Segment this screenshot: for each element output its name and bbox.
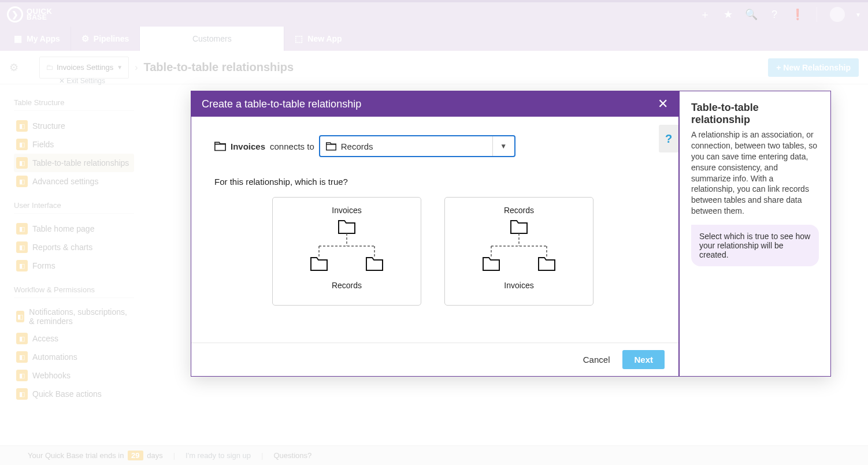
trial-text: Your Quick Base trial ends in 29 days bbox=[28, 451, 163, 460]
sidebar-item[interactable]: ◧Webhooks bbox=[14, 366, 134, 385]
sidebar-item-icon: ◧ bbox=[16, 157, 28, 169]
sidebar-item-icon: ◧ bbox=[16, 351, 28, 363]
sidebar-item[interactable]: ◧Quick Base actions bbox=[14, 385, 134, 403]
avatar[interactable] bbox=[830, 7, 845, 22]
card2-top: Records bbox=[504, 206, 534, 215]
sidebar-item[interactable]: ◧Structure bbox=[14, 117, 134, 135]
sidebar-item-label: Quick Base actions bbox=[32, 389, 102, 399]
sidebar-item[interactable]: ◧Access bbox=[14, 329, 134, 348]
target-table-select[interactable]: Records ▼ bbox=[319, 135, 515, 157]
gear-icon[interactable]: ⚙ bbox=[9, 61, 18, 74]
brand-logo-icon: ❯ bbox=[7, 6, 23, 23]
separator bbox=[817, 7, 817, 22]
connects-to-label: connects to bbox=[270, 142, 314, 151]
sidebar-item[interactable]: ◧Table-to-table relationships bbox=[14, 154, 134, 172]
brand: ❯ QUICK BASE bbox=[7, 6, 52, 23]
help-hint: Select which is true to see how your rel… bbox=[691, 225, 819, 266]
sidebar-item[interactable]: ◧Table home page bbox=[14, 220, 134, 238]
sidebar-item-icon: ◧ bbox=[16, 370, 28, 381]
close-icon[interactable]: ✕ bbox=[658, 96, 668, 111]
help-panel: Table-to-table relationship A relationsh… bbox=[680, 91, 830, 376]
hierarchy-icon bbox=[473, 216, 565, 280]
page-title: Table-to-table relationships bbox=[144, 61, 294, 74]
card2-bottom: Invoices bbox=[504, 281, 533, 290]
next-button[interactable]: Next bbox=[622, 350, 665, 369]
alert-icon[interactable]: ❗ bbox=[791, 8, 804, 21]
cube-icon: ⬚ bbox=[295, 34, 303, 44]
sidebar-item-icon: ◧ bbox=[16, 223, 28, 235]
relationship-option-1[interactable]: Invoices Records bbox=[272, 197, 421, 306]
tab-my-apps[interactable]: ▦My Apps bbox=[3, 27, 71, 51]
exit-settings[interactable]: ✕ Exit Settings bbox=[36, 74, 128, 88]
folder-icon bbox=[326, 142, 336, 151]
sidebar-item-icon: ◧ bbox=[16, 120, 28, 132]
hierarchy-icon bbox=[301, 216, 393, 280]
settings-dropdown-label: Invoices Settings bbox=[57, 63, 113, 72]
sidebar-item[interactable]: ◧Reports & charts bbox=[14, 238, 134, 256]
questions-link[interactable]: Questions? bbox=[273, 451, 311, 460]
pipelines-icon: ⚙ bbox=[81, 34, 89, 44]
source-table: Invoices bbox=[231, 142, 265, 151]
sidebar-item-icon: ◧ bbox=[16, 241, 28, 253]
sidebar-item-icon: ◧ bbox=[16, 176, 28, 187]
page-header: ⚙ 🗀 Invoices Settings ▼ › Table-to-table… bbox=[0, 51, 868, 84]
sidebar-item[interactable]: ◧Notifications, subscriptions, & reminde… bbox=[14, 304, 134, 329]
topbar: ❯ QUICK BASE ＋ ★ 🔍 ? ❗ ▼ bbox=[0, 0, 868, 27]
modal: Create a table-to-table relationship ✕ ?… bbox=[191, 91, 831, 377]
chevron-down-icon: ▼ bbox=[492, 136, 514, 156]
relationship-option-2[interactable]: Records Invoices bbox=[444, 197, 593, 306]
sidebar-item-icon: ◧ bbox=[16, 311, 24, 322]
trial-days: 29 bbox=[128, 451, 143, 460]
sidebar-item-label: Advanced settings bbox=[32, 177, 98, 186]
star-icon[interactable]: ★ bbox=[722, 8, 735, 21]
cancel-button[interactable]: Cancel bbox=[583, 355, 610, 364]
sidebar-group-title: User Interface bbox=[14, 201, 134, 214]
sidebar-item-label: Notifications, subscriptions, & reminder… bbox=[29, 307, 132, 326]
folder-gear-icon: 🗀 bbox=[46, 63, 53, 72]
sidebar-group-title: Workflow & Permissions bbox=[14, 285, 134, 298]
signup-link[interactable]: I'm ready to sign up bbox=[186, 451, 251, 460]
tab-pipelines[interactable]: ⚙Pipelines bbox=[71, 27, 140, 51]
sidebar-item[interactable]: ◧Fields bbox=[14, 135, 134, 154]
sidebar-item-icon: ◧ bbox=[16, 139, 28, 150]
select-value: Records bbox=[341, 142, 373, 151]
breadcrumb-sep: › bbox=[135, 62, 138, 73]
card1-top: Invoices bbox=[332, 206, 361, 215]
settings-dropdown[interactable]: 🗀 Invoices Settings ▼ bbox=[39, 57, 129, 79]
connect-row: Invoices connects to Records ▼ bbox=[214, 135, 655, 157]
brand-word-2: BASE bbox=[27, 14, 52, 21]
sidebar-group-title: Table Structure bbox=[14, 98, 134, 111]
relationship-question: For this relationship, which is true? bbox=[214, 177, 655, 187]
sidebar-item-label: Table home page bbox=[32, 224, 94, 233]
tabs: ▦My Apps ⚙Pipelines Customers ⬚New App bbox=[0, 27, 868, 51]
footer: Your Quick Base trial ends in 29 days | … bbox=[0, 445, 868, 465]
new-relationship-button[interactable]: + New Relationship bbox=[768, 58, 859, 77]
sidebar: Table Structure◧Structure◧Fields◧Table-t… bbox=[0, 84, 143, 445]
card1-bottom: Records bbox=[332, 281, 362, 290]
sidebar-item-label: Table-to-table relationships bbox=[32, 158, 129, 168]
tab-customers[interactable]: Customers bbox=[140, 27, 284, 51]
grid-icon: ▦ bbox=[14, 34, 22, 44]
sidebar-item-icon: ◧ bbox=[16, 333, 28, 344]
search-icon[interactable]: 🔍 bbox=[745, 8, 758, 21]
sidebar-item-label: Webhooks bbox=[32, 371, 71, 380]
help-title: Table-to-table relationship bbox=[691, 102, 819, 126]
sidebar-item-label: Reports & charts bbox=[32, 243, 92, 252]
sidebar-item-label: Fields bbox=[32, 140, 54, 149]
help-icon[interactable]: ? bbox=[768, 8, 781, 21]
sidebar-item-label: Forms bbox=[32, 261, 55, 270]
tab-new-app[interactable]: ⬚New App bbox=[284, 27, 352, 51]
sidebar-item-label: Access bbox=[32, 334, 58, 343]
add-icon[interactable]: ＋ bbox=[699, 8, 711, 21]
sidebar-item-label: Automations bbox=[32, 352, 77, 362]
chevron-down-icon: ▼ bbox=[117, 64, 123, 70]
folder-icon bbox=[214, 141, 226, 151]
caret-down-icon[interactable]: ▼ bbox=[855, 12, 861, 18]
modal-help-button[interactable]: ? bbox=[659, 125, 678, 152]
sidebar-item-icon: ◧ bbox=[16, 388, 28, 400]
sidebar-item-label: Structure bbox=[32, 121, 65, 131]
modal-header: Create a table-to-table relationship ✕ bbox=[191, 91, 678, 117]
sidebar-item[interactable]: ◧Forms bbox=[14, 256, 134, 275]
sidebar-item[interactable]: ◧Advanced settings bbox=[14, 172, 134, 191]
sidebar-item[interactable]: ◧Automations bbox=[14, 348, 134, 366]
